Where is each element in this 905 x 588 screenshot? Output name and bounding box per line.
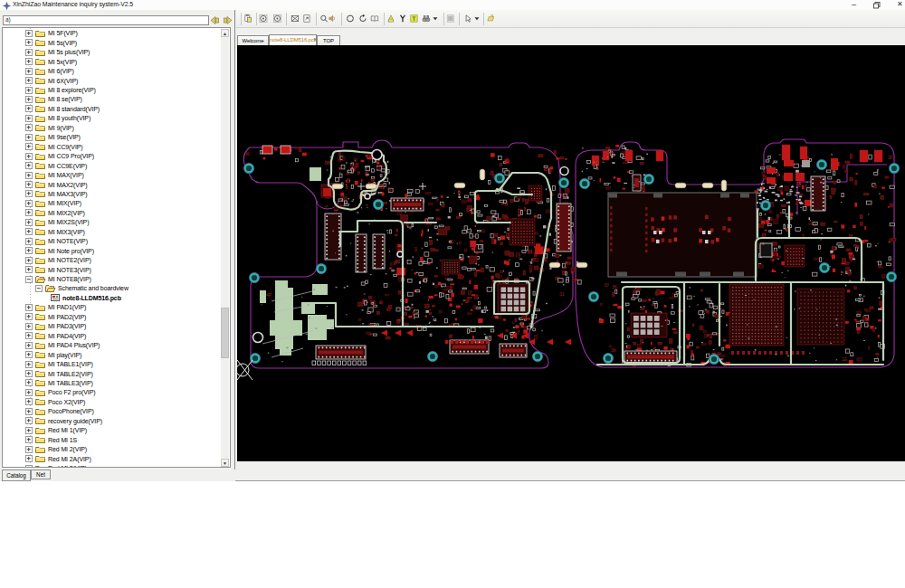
svg-text:3F: 3F	[888, 155, 893, 160]
svg-text:36: 36	[612, 284, 617, 289]
svg-text:36: 36	[244, 151, 250, 156]
svg-text:3b: 3b	[611, 347, 616, 353]
svg-text:31: 31	[559, 291, 565, 297]
svg-text:1E: 1E	[842, 356, 848, 362]
svg-text:4P: 4P	[266, 292, 272, 298]
